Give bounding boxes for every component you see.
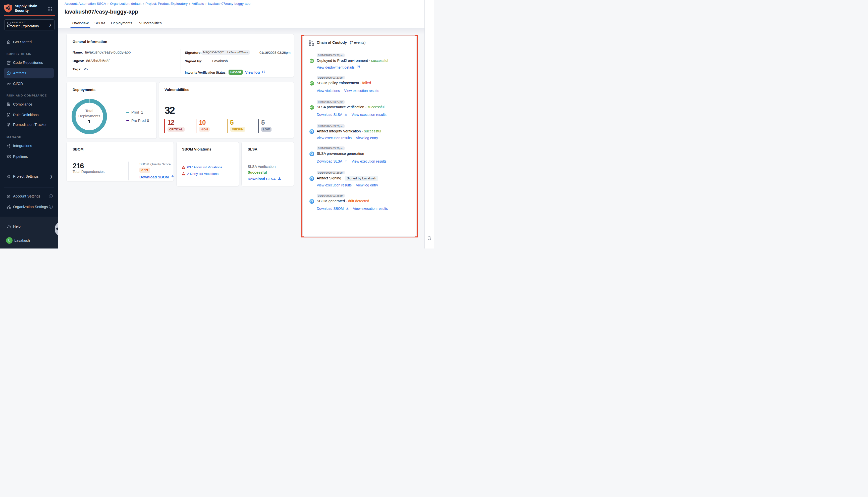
svg-text:?: ? <box>8 225 9 227</box>
